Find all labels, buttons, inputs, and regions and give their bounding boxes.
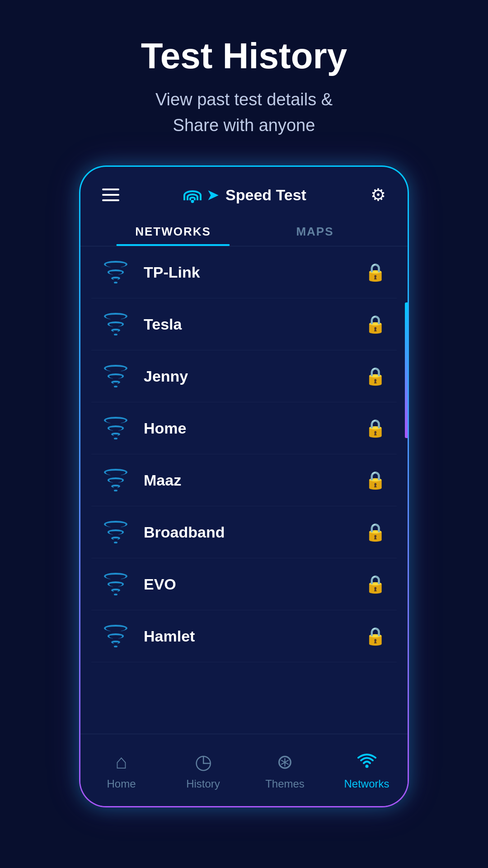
network-item[interactable]: Broadband 🔒 [91,506,397,558]
lock-icon: 🔒 [365,470,386,490]
network-item[interactable]: Hamlet 🔒 [91,610,397,662]
wifi-signal-icon [102,469,129,491]
network-name: Tesla [144,316,365,333]
network-name: Hamlet [144,627,365,645]
tab-networks[interactable]: NETWORKS [102,216,244,246]
networks-list: TP-Link 🔒 Tesla 🔒 Jenny 🔒 [80,246,408,734]
menu-line-2 [102,194,119,196]
network-item[interactable]: Tesla 🔒 [91,298,397,350]
networks-wifi-icon [357,750,377,773]
network-name: TP-Link [144,264,365,281]
phone-frame: ➤ Speed Test ⚙ NETWORKS MAPS TP-Link 🔒 [79,165,409,807]
network-name: Jenny [144,368,365,385]
network-item[interactable]: Jenny 🔒 [91,350,397,402]
svg-point-0 [365,764,368,768]
lock-icon: 🔒 [365,262,386,282]
app-bar: ➤ Speed Test ⚙ [80,167,408,216]
network-item[interactable]: Maaz 🔒 [91,454,397,506]
themes-icon: ⊛ [277,750,293,773]
nav-item-networks[interactable]: Networks [326,734,408,806]
network-item[interactable]: Home 🔒 [91,402,397,454]
bottom-navigation: ⌂ Home ◷ History ⊛ Themes Networks [80,734,408,806]
lock-icon: 🔒 [365,418,386,438]
wifi-signal-icon [102,573,129,595]
page-subtitle: View past test details & Share with anyo… [155,87,333,138]
network-name: EVO [144,576,365,593]
logo-arrow-icon: ➤ [207,187,218,203]
menu-line-1 [102,189,119,190]
menu-line-3 [102,199,119,201]
app-title: ➤ Speed Test [183,186,306,204]
wifi-signal-icon [102,365,129,387]
wifi-signal-icon [102,313,129,335]
lock-icon: 🔒 [365,366,386,386]
wifi-signal-icon [102,261,129,283]
lock-icon: 🔒 [365,574,386,594]
network-item[interactable]: EVO 🔒 [91,558,397,610]
speedtest-logo-icon [183,187,202,203]
network-item[interactable]: TP-Link 🔒 [91,246,397,298]
home-icon: ⌂ [115,750,127,773]
wifi-signal-icon [102,417,129,439]
network-name: Maaz [144,472,365,489]
page-title: Test History [141,36,347,76]
lock-icon: 🔒 [365,314,386,334]
wifi-signal-icon [102,625,129,647]
menu-button[interactable] [102,189,119,201]
nav-label-themes: Themes [265,778,305,790]
nav-label-networks: Networks [344,778,389,790]
tab-maps[interactable]: MAPS [244,216,386,246]
history-icon: ◷ [195,750,212,773]
settings-icon[interactable]: ⚙ [371,185,386,205]
header-section: Test History View past test details & Sh… [0,0,488,165]
nav-item-themes[interactable]: ⊛ Themes [244,734,326,806]
tab-bar: NETWORKS MAPS [80,216,408,246]
network-name: Broadband [144,524,365,541]
nav-label-history: History [186,778,220,790]
lock-icon: 🔒 [365,522,386,542]
lock-icon: 🔒 [365,626,386,646]
network-name: Home [144,420,365,437]
nav-label-home: Home [107,778,136,790]
wifi-signal-icon [102,521,129,543]
nav-item-home[interactable]: ⌂ Home [80,734,162,806]
nav-item-history[interactable]: ◷ History [162,734,244,806]
